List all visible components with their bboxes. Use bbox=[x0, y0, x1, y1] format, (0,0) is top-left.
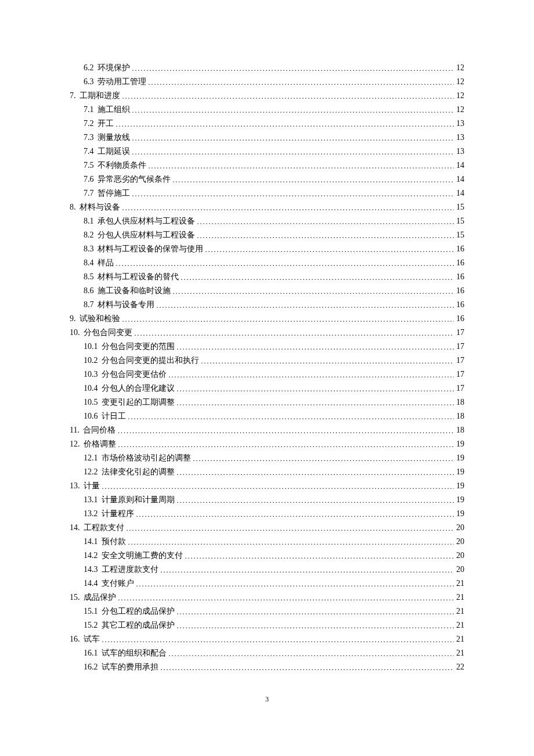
toc-number: 16. bbox=[70, 635, 80, 643]
toc-number: 16.2 bbox=[84, 663, 98, 671]
toc-entry[interactable]: 11.合同价格18 bbox=[70, 426, 464, 434]
toc-title: 计量程序 bbox=[102, 509, 134, 518]
toc-title: 不利物质条件 bbox=[98, 161, 146, 170]
toc-entry[interactable]: 7.5不利物质条件14 bbox=[70, 161, 464, 170]
toc-entry[interactable]: 7.4工期延误13 bbox=[70, 147, 464, 156]
toc-label: 16.2试车的费用承担 bbox=[84, 663, 158, 671]
toc-label: 7.1施工组织 bbox=[84, 106, 130, 114]
toc-entry[interactable]: 7.工期和进度12 bbox=[70, 92, 464, 100]
toc-entry[interactable]: 9.试验和检验16 bbox=[70, 315, 464, 323]
toc-entry[interactable]: 8.7材料与设备专用16 bbox=[70, 301, 464, 309]
toc-entry[interactable]: 12.价格调整19 bbox=[70, 440, 464, 448]
toc-title: 试车的费用承担 bbox=[102, 663, 158, 671]
toc-title: 计量 bbox=[84, 481, 100, 490]
toc-title: 分包工程的成品保护 bbox=[102, 607, 175, 615]
toc-title: 合同价格 bbox=[83, 426, 116, 434]
toc-entry[interactable]: 15.2其它工程的成品保护21 bbox=[70, 621, 464, 629]
toc-leader-dots bbox=[118, 594, 454, 602]
toc-label: 9.试验和检验 bbox=[70, 315, 120, 323]
toc-entry[interactable]: 15.成品保护21 bbox=[70, 593, 464, 602]
toc-leader-dots bbox=[173, 176, 454, 184]
toc-entry[interactable]: 16.2试车的费用承担22 bbox=[70, 663, 464, 671]
toc-number: 7.5 bbox=[84, 161, 94, 170]
toc-title: 工期和进度 bbox=[80, 91, 120, 100]
toc-leader-dots bbox=[201, 357, 454, 365]
toc-leader-dots bbox=[197, 218, 454, 226]
toc-entry[interactable]: 10.分包合同变更17 bbox=[70, 329, 464, 337]
toc-label: 16.试车 bbox=[70, 635, 100, 643]
toc-title: 预付款 bbox=[102, 537, 126, 546]
toc-entry[interactable]: 10.2分包合同变更的提出和执行17 bbox=[70, 357, 464, 365]
toc-leader-dots bbox=[177, 343, 454, 351]
toc-label: 15.1分包工程的成品保护 bbox=[84, 607, 175, 615]
toc-entry[interactable]: 15.1分包工程的成品保护21 bbox=[70, 607, 464, 615]
toc-entry[interactable]: 6.3劳动用工管理12 bbox=[70, 78, 464, 86]
toc-entry[interactable]: 7.6异常恶劣的气候条件14 bbox=[70, 175, 464, 183]
toc-page-number: 20 bbox=[456, 552, 464, 560]
toc-entry[interactable]: 10.5变更引起的工期调整18 bbox=[70, 398, 464, 406]
toc-entry[interactable]: 7.1施工组织12 bbox=[70, 106, 464, 114]
toc-leader-dots bbox=[177, 385, 454, 393]
toc-label: 10.5变更引起的工期调整 bbox=[84, 398, 175, 406]
toc-label: 14.工程款支付 bbox=[70, 524, 124, 532]
toc-entry[interactable]: 8.2分包人供应材料与工程设备15 bbox=[70, 231, 464, 239]
toc-entry[interactable]: 7.7暂停施工14 bbox=[70, 189, 464, 197]
toc-entry[interactable]: 8.4样品16 bbox=[70, 259, 464, 267]
toc-number: 7.3 bbox=[84, 133, 94, 142]
toc-entry[interactable]: 14.工程款支付20 bbox=[70, 524, 464, 532]
toc-label: 10.1分包合同变更的范围 bbox=[84, 343, 175, 351]
toc-leader-dots bbox=[177, 469, 454, 477]
toc-title: 暂停施工 bbox=[98, 189, 130, 197]
toc-number: 6.2 bbox=[84, 63, 94, 72]
toc-title: 安全文明施工费的支付 bbox=[102, 551, 183, 560]
toc-entry[interactable]: 14.1预付款20 bbox=[70, 538, 464, 546]
toc-page-number: 19 bbox=[456, 496, 464, 504]
toc-page-number: 18 bbox=[456, 412, 464, 420]
toc-entry[interactable]: 14.4支付账户21 bbox=[70, 579, 464, 588]
toc-title: 工程进度款支付 bbox=[102, 565, 158, 574]
toc-entry[interactable]: 8.材料与设备15 bbox=[70, 203, 464, 211]
toc-number: 6.3 bbox=[84, 77, 94, 86]
toc-entry[interactable]: 8.6施工设备和临时设施16 bbox=[70, 287, 464, 295]
toc-entry[interactable]: 14.2安全文明施工费的支付20 bbox=[70, 552, 464, 560]
toc-entry[interactable]: 8.3材料与工程设备的保管与使用16 bbox=[70, 245, 464, 253]
toc-entry[interactable]: 7.3测量放线13 bbox=[70, 134, 464, 142]
toc-label: 10.分包合同变更 bbox=[70, 329, 132, 337]
toc-title: 分包合同变更估价 bbox=[102, 370, 167, 379]
toc-number: 10.4 bbox=[84, 384, 98, 393]
toc-entry[interactable]: 8.5材料与工程设备的替代16 bbox=[70, 273, 464, 281]
toc-label: 7.6异常恶劣的气候条件 bbox=[84, 175, 171, 183]
toc-number: 8.1 bbox=[84, 217, 94, 225]
toc-entry[interactable]: 10.4分包人的合理化建议17 bbox=[70, 384, 464, 393]
toc-page-number: 15 bbox=[456, 217, 464, 225]
toc-leader-dots bbox=[136, 580, 454, 588]
toc-number: 15.1 bbox=[84, 607, 98, 615]
toc-entry[interactable]: 10.6计日工18 bbox=[70, 412, 464, 420]
toc-title: 试车 bbox=[84, 635, 100, 643]
toc-label: 13.1计量原则和计量周期 bbox=[84, 496, 175, 504]
toc-entry[interactable]: 16.试车21 bbox=[70, 635, 464, 643]
toc-entry[interactable]: 12.2法律变化引起的调整19 bbox=[70, 468, 464, 476]
toc-entry[interactable]: 7.2开工13 bbox=[70, 120, 464, 128]
toc-label: 8.7材料与设备专用 bbox=[84, 301, 154, 309]
toc-label: 15.2其它工程的成品保护 bbox=[84, 621, 175, 629]
toc-entry[interactable]: 13.2计量程序19 bbox=[70, 510, 464, 518]
toc-number: 8. bbox=[70, 203, 76, 211]
toc-label: 11.合同价格 bbox=[70, 426, 116, 434]
toc-entry[interactable]: 6.2环境保护12 bbox=[70, 64, 464, 72]
toc-page-number: 21 bbox=[456, 649, 464, 657]
toc-entry[interactable]: 8.1承包人供应材料与工程设备15 bbox=[70, 217, 464, 225]
toc-entry[interactable]: 14.3工程进度款支付20 bbox=[70, 566, 464, 574]
toc-entry[interactable]: 13.1计量原则和计量周期19 bbox=[70, 496, 464, 504]
toc-entry[interactable]: 16.1试车的组织和配合21 bbox=[70, 649, 464, 657]
toc-entry[interactable]: 13.计量19 bbox=[70, 482, 464, 490]
toc-leader-dots bbox=[132, 148, 454, 156]
toc-page-number: 18 bbox=[456, 426, 464, 434]
toc-entry[interactable]: 10.3分包合同变更估价17 bbox=[70, 370, 464, 379]
toc-entry[interactable]: 10.1分包合同变更的范围17 bbox=[70, 343, 464, 351]
toc-entry[interactable]: 12.1市场价格波动引起的调整19 bbox=[70, 454, 464, 462]
toc-leader-dots bbox=[205, 246, 454, 254]
toc-label: 13.计量 bbox=[70, 482, 100, 490]
toc-label: 7.2开工 bbox=[84, 120, 114, 128]
toc-number: 14.1 bbox=[84, 537, 98, 546]
